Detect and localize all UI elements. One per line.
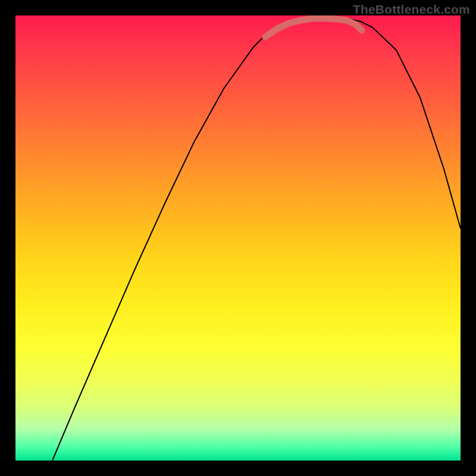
curve-line: [52, 18, 461, 461]
chart-frame: TheBottleneck.com: [0, 0, 476, 476]
chart-svg: [15, 15, 461, 461]
chart-plot-area: [15, 15, 461, 461]
watermark-text: TheBottleneck.com: [353, 2, 470, 17]
score-band-line: [265, 18, 362, 37]
